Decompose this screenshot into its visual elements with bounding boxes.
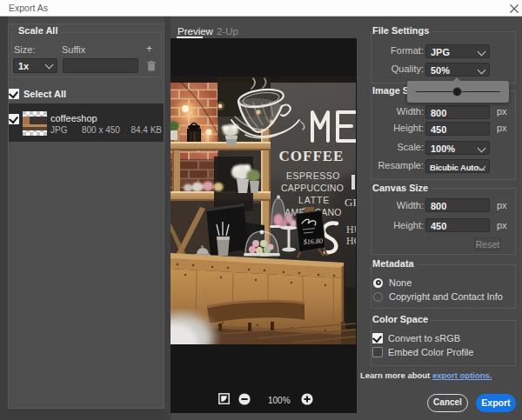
svg-text:GR: GR xyxy=(345,196,356,209)
svg-text:$16.80: $16.80 xyxy=(304,237,324,246)
svg-text:CAPPUCCINO: CAPPUCCINO xyxy=(281,183,344,193)
svg-text:COFFEE: COFFEE xyxy=(279,148,345,164)
svg-text:HU: HU xyxy=(346,223,356,236)
svg-text:LATTE: LATTE xyxy=(298,195,330,205)
svg-text:ESPRESSO: ESPRESSO xyxy=(286,170,340,181)
svg-text:HOT: HOT xyxy=(346,235,356,247)
